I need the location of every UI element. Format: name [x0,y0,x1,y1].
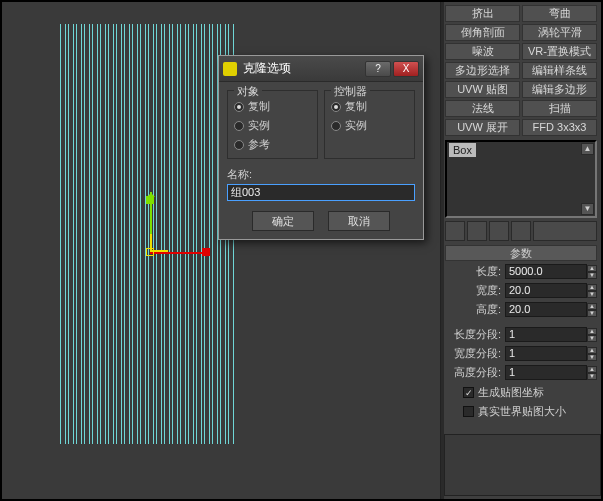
clone-options-dialog: 克隆选项 ? X 对象 复制 实例 参考 控制器 复制 实例 名称: 确定 取消 [218,55,424,240]
mod-btn-12[interactable]: UVW 展开 [445,119,520,136]
mod-btn-4[interactable]: 噪波 [445,43,520,60]
controller-instance-radio[interactable]: 实例 [331,118,408,133]
hsegs-input[interactable]: 1 [505,365,587,380]
mod-btn-8[interactable]: UVW 贴图 [445,81,520,98]
object-group: 对象 复制 实例 参考 [227,90,318,159]
params-rollout[interactable]: 参数 [445,245,597,261]
mod-btn-10[interactable]: 法线 [445,100,520,117]
length-spinner[interactable]: ▲▼ [587,265,597,279]
controller-group: 控制器 复制 实例 [324,90,415,159]
controller-group-title: 控制器 [331,84,370,99]
width-spinner[interactable]: ▲▼ [587,284,597,298]
real-world-checkbox[interactable]: ✓真实世界贴图大小 [445,404,597,419]
gen-mapping-checkbox[interactable]: ✓生成贴图坐标 [445,385,597,400]
height-spinner[interactable]: ▲▼ [587,303,597,317]
mod-btn-0[interactable]: 挤出 [445,5,520,22]
ok-button[interactable]: 确定 [252,211,314,231]
cancel-button[interactable]: 取消 [328,211,390,231]
object-reference-radio[interactable]: 参考 [234,137,311,152]
name-label: 名称: [227,167,415,182]
wsegs-spinner[interactable]: ▲▼ [587,347,597,361]
width-input[interactable]: 20.0 [505,283,587,298]
panel-scrollbar[interactable] [441,2,444,499]
object-instance-radio[interactable]: 实例 [234,118,311,133]
show-end-result-button[interactable] [467,221,487,241]
lsegs-spinner[interactable]: ▲▼ [587,328,597,342]
mod-btn-5[interactable]: VR-置换模式 [522,43,597,60]
stack-item-box[interactable]: Box [449,143,476,157]
name-input[interactable] [227,184,415,201]
object-copy-radio[interactable]: 复制 [234,99,311,114]
pin-stack-button[interactable] [445,221,465,241]
dialog-titlebar[interactable]: 克隆选项 ? X [219,56,423,82]
mod-btn-13[interactable]: FFD 3x3x3 [522,119,597,136]
stack-tools [445,221,597,241]
hsegs-label: 高度分段: [445,365,505,380]
mod-btn-11[interactable]: 扫描 [522,100,597,117]
make-unique-button[interactable] [489,221,509,241]
dialog-title: 克隆选项 [243,60,365,77]
app-icon [223,62,237,76]
mod-btn-6[interactable]: 多边形选择 [445,62,520,79]
wsegs-input[interactable]: 1 [505,346,587,361]
mod-btn-7[interactable]: 编辑样条线 [522,62,597,79]
lsegs-input[interactable]: 1 [505,327,587,342]
floating-panel[interactable] [444,434,601,496]
modifier-buttons: 挤出 弯曲 倒角剖面 涡轮平滑 噪波 VR-置换模式 多边形选择 编辑样条线 U… [445,5,597,136]
mod-btn-2[interactable]: 倒角剖面 [445,24,520,41]
width-label: 宽度: [445,283,505,298]
stack-scroll-up-icon[interactable]: ▲ [581,143,594,155]
help-button[interactable]: ? [365,61,391,77]
controller-copy-radio[interactable]: 复制 [331,99,408,114]
mod-btn-9[interactable]: 编辑多边形 [522,81,597,98]
stack-scroll-down-icon[interactable]: ▼ [581,203,594,215]
hsegs-spinner[interactable]: ▲▼ [587,366,597,380]
mod-btn-1[interactable]: 弯曲 [522,5,597,22]
height-input[interactable]: 20.0 [505,302,587,317]
remove-modifier-button[interactable] [511,221,531,241]
object-group-title: 对象 [234,84,262,99]
length-input[interactable]: 5000.0 [505,264,587,279]
length-label: 长度: [445,264,505,279]
lsegs-label: 长度分段: [445,327,505,342]
close-button[interactable]: X [393,61,419,77]
selected-objects[interactable] [60,24,236,444]
command-panel: 挤出 弯曲 倒角剖面 涡轮平滑 噪波 VR-置换模式 多边形选择 编辑样条线 U… [440,2,601,499]
modifier-stack[interactable]: Box ▲ ▼ [445,140,597,218]
configure-sets-button[interactable] [533,221,597,241]
wsegs-label: 宽度分段: [445,346,505,361]
mod-btn-3[interactable]: 涡轮平滑 [522,24,597,41]
height-label: 高度: [445,302,505,317]
